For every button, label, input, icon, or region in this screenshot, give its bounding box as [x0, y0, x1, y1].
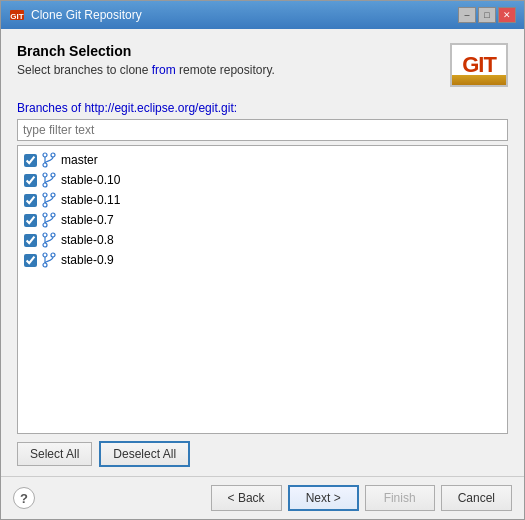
svg-text:GIT: GIT: [10, 12, 23, 21]
branch-icon: [41, 252, 57, 268]
svg-point-8: [43, 183, 47, 187]
header-section: Branch Selection Select branches to clon…: [17, 43, 508, 87]
select-buttons: Select All Deselect All: [17, 442, 508, 466]
branch-name: stable-0.8: [61, 233, 114, 247]
svg-point-18: [43, 233, 47, 237]
filter-input[interactable]: [17, 119, 508, 141]
finish-button[interactable]: Finish: [365, 485, 435, 511]
branch-name: stable-0.11: [61, 193, 120, 207]
branches-label: Branches of http://egit.eclipse.org/egit…: [17, 101, 508, 115]
svg-point-11: [51, 193, 55, 197]
help-button[interactable]: ?: [13, 487, 35, 509]
svg-point-22: [43, 253, 47, 257]
svg-point-16: [43, 223, 47, 227]
git-logo: GIT: [450, 43, 508, 87]
branch-name: stable-0.10: [61, 173, 120, 187]
branch-icon: [41, 152, 57, 168]
branch-icon: [41, 192, 57, 208]
branch-checkbox[interactable]: [24, 234, 37, 247]
branch-checkbox[interactable]: [24, 254, 37, 267]
header-description: Select branches to clone from remote rep…: [17, 63, 275, 77]
back-button[interactable]: < Back: [211, 485, 282, 511]
minimize-button[interactable]: –: [458, 7, 476, 23]
branch-checkbox[interactable]: [24, 154, 37, 167]
title-bar-left: GIT Clone Git Repository: [9, 7, 142, 23]
svg-point-20: [43, 243, 47, 247]
branch-name: master: [61, 153, 98, 167]
list-item: master: [18, 150, 507, 170]
git-logo-stripe: [452, 75, 506, 85]
window: GIT Clone Git Repository – □ ✕ Branch Se…: [0, 0, 525, 520]
list-item: stable-0.9: [18, 250, 507, 270]
maximize-button[interactable]: □: [478, 7, 496, 23]
svg-point-3: [51, 153, 55, 157]
branch-checkbox[interactable]: [24, 214, 37, 227]
select-all-button[interactable]: Select All: [17, 442, 92, 466]
svg-point-2: [43, 153, 47, 157]
list-item: stable-0.8: [18, 230, 507, 250]
svg-point-24: [43, 263, 47, 267]
list-item: stable-0.7: [18, 210, 507, 230]
svg-point-6: [43, 173, 47, 177]
nav-buttons: < Back Next > Finish Cancel: [211, 485, 512, 511]
svg-point-4: [43, 163, 47, 167]
branch-checkbox[interactable]: [24, 174, 37, 187]
header-text: Branch Selection Select branches to clon…: [17, 43, 275, 77]
cancel-button[interactable]: Cancel: [441, 485, 512, 511]
next-button[interactable]: Next >: [288, 485, 359, 511]
git-title-icon: GIT: [9, 7, 25, 23]
branches-url: http://egit.eclipse.org/egit.git: [84, 101, 233, 115]
title-text: Clone Git Repository: [31, 8, 142, 22]
svg-point-14: [43, 213, 47, 217]
title-bar: GIT Clone Git Repository – □ ✕: [1, 1, 524, 29]
branch-name: stable-0.9: [61, 253, 114, 267]
list-item: stable-0.11: [18, 190, 507, 210]
list-item: stable-0.10: [18, 170, 507, 190]
svg-point-19: [51, 233, 55, 237]
svg-point-7: [51, 173, 55, 177]
svg-point-12: [43, 203, 47, 207]
title-buttons: – □ ✕: [458, 7, 516, 23]
svg-point-23: [51, 253, 55, 257]
deselect-all-button[interactable]: Deselect All: [100, 442, 189, 466]
branch-checkbox[interactable]: [24, 194, 37, 207]
main-content: Branch Selection Select branches to clon…: [1, 29, 524, 476]
close-button[interactable]: ✕: [498, 7, 516, 23]
branch-name: stable-0.7: [61, 213, 114, 227]
branch-icon: [41, 172, 57, 188]
page-title: Branch Selection: [17, 43, 275, 59]
svg-point-10: [43, 193, 47, 197]
branch-icon: [41, 212, 57, 228]
branch-icon: [41, 232, 57, 248]
bottom-bar: ? < Back Next > Finish Cancel: [1, 476, 524, 519]
branch-list: master stable-0.10 stable-0.11 stable-0.…: [17, 145, 508, 434]
svg-point-15: [51, 213, 55, 217]
